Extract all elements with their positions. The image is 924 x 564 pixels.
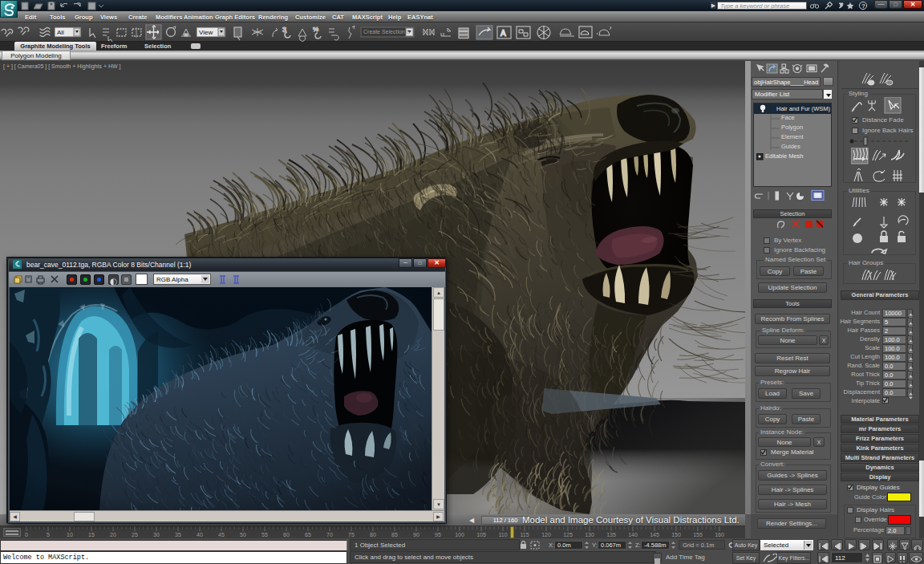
svg-text:65: 65	[305, 532, 311, 538]
svg-text:135: 135	[606, 532, 616, 538]
svg-text:160: 160	[715, 532, 724, 538]
svg-text:70: 70	[326, 532, 333, 538]
svg-text:View: View	[199, 29, 213, 36]
svg-text:95: 95	[435, 532, 441, 538]
svg-text:90: 90	[413, 532, 419, 538]
svg-text:30: 30	[153, 532, 160, 538]
svg-text:10: 10	[67, 532, 73, 538]
svg-text:145: 145	[650, 532, 659, 538]
svg-text:150: 150	[671, 532, 681, 538]
svg-text:75: 75	[348, 532, 355, 538]
svg-text:80: 80	[370, 532, 376, 538]
svg-text:60: 60	[283, 532, 290, 538]
svg-text:20: 20	[110, 532, 116, 538]
svg-text:Create Selection S: Create Selection S	[363, 29, 411, 34]
svg-text:?: ?	[861, 2, 865, 10]
svg-text:140: 140	[628, 532, 638, 538]
svg-text:85: 85	[391, 532, 398, 538]
svg-text:45: 45	[218, 532, 225, 538]
svg-text:5: 5	[47, 532, 50, 538]
svg-text:40: 40	[197, 532, 203, 538]
svg-text:%: %	[313, 26, 318, 33]
svg-text:120: 120	[541, 532, 551, 538]
svg-text:125: 125	[563, 532, 573, 538]
svg-text:105: 105	[476, 532, 486, 538]
svg-text:25: 25	[132, 532, 138, 538]
svg-text:35: 35	[175, 532, 181, 538]
svg-text:100: 100	[455, 532, 464, 538]
svg-text:A: A	[500, 29, 506, 38]
svg-text:110: 110	[498, 532, 507, 538]
svg-text:130: 130	[585, 532, 594, 538]
svg-text:15: 15	[88, 532, 95, 538]
svg-text:50: 50	[240, 532, 246, 538]
svg-text:115: 115	[520, 532, 529, 538]
svg-text:55: 55	[261, 532, 268, 538]
svg-text:155: 155	[693, 532, 703, 538]
svg-text:All: All	[57, 29, 64, 36]
svg-text:0: 0	[25, 532, 28, 538]
